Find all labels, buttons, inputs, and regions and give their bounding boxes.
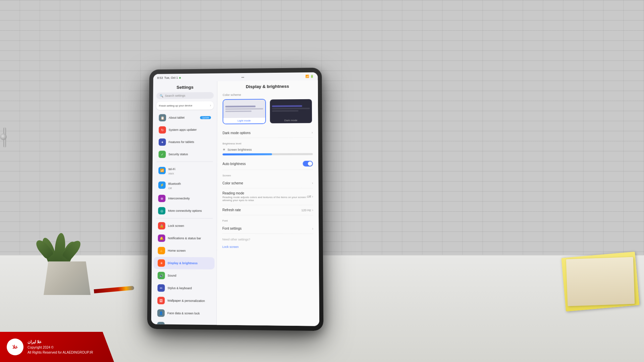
update-badge: Update (200, 116, 211, 119)
status-date: Tue, Oct 1 (164, 76, 178, 79)
sidebar-item-privacy[interactable]: 🔐 Privacy protection (153, 319, 215, 325)
stylus-label: Stylus & keyboard (167, 286, 210, 290)
dark-mode-options-chevron: › (312, 131, 313, 134)
auto-brightness-toggle[interactable] (303, 161, 313, 167)
reading-mode-chevron: › (312, 195, 313, 198)
tablet-outer-frame: 8:53 Tue, Oct 1 ••• 📶 🔋 Settings 🔍 (147, 68, 324, 331)
sidebar-item-security[interactable]: ✓ Security status (155, 148, 215, 160)
sidebar-item-features[interactable]: ✦ Features for tablets (155, 136, 215, 148)
font-section-header: Font (222, 219, 313, 223)
sidebar-item-wifi[interactable]: 📶 Wi-Fi XMX (154, 163, 215, 178)
watermark-rights: All Rights Reserved for ALAEDINGROUP.IR (28, 350, 93, 355)
plant-decoration (37, 188, 97, 295)
sidebar-item-face-data[interactable]: 👤 Face data & screen lock (153, 307, 214, 320)
sidebar-item-lock-screen[interactable]: 🔒 Lock screen (154, 220, 215, 232)
refresh-rate-row[interactable]: Refresh rate 120 Hz › (222, 205, 313, 215)
notifications-icon: 🔔 (158, 235, 165, 242)
wallpaper-icon: 🖼 (157, 297, 165, 304)
settings-sidebar: Settings 🔍 Search settings Finish settin… (151, 81, 217, 325)
brightness-fill (222, 153, 272, 156)
brightness-track[interactable] (222, 153, 313, 156)
sidebar-item-more-connectivity[interactable]: ◎ More connectivity options (154, 205, 215, 217)
search-bar[interactable]: 🔍 Search settings (156, 92, 214, 99)
dark-mode-options-row[interactable]: Dark mode options › (222, 128, 313, 138)
notifications-label: Notifications & status bar (168, 237, 210, 240)
sound-label: Sound (168, 274, 211, 278)
sidebar-item-about-tablet[interactable]: 📋 About tablet Update (155, 112, 215, 124)
status-right: 📶 🔋 (305, 75, 314, 78)
lock-screen-label: Lock screen (168, 224, 211, 228)
watermark-logo: علا (7, 339, 23, 355)
system-apps-label: System apps updater (169, 128, 211, 132)
wifi-icon: 📶 (305, 75, 309, 78)
sidebar-item-bluetooth[interactable]: ⚡ Bluetooth Off (154, 178, 215, 192)
sidebar-divider-2 (156, 218, 213, 219)
font-settings-row[interactable]: Font settings › (222, 224, 313, 234)
brightness-label: Screen brightness (227, 148, 252, 151)
interconnectivity-icon: ⊕ (158, 195, 166, 202)
color-scheme-settings-row[interactable]: Color scheme › (222, 178, 313, 188)
dark-mode-option[interactable]: Dark mode (269, 99, 313, 124)
display-label: Display & brightness (168, 261, 211, 265)
sidebar-item-home-screen[interactable]: ⌂ Home screen (154, 245, 214, 257)
finish-setup-banner[interactable]: Finish setting up your device › (156, 101, 214, 110)
wifi-label: Wi-Fi (168, 168, 175, 171)
display-icon: ☀ (158, 259, 165, 267)
main-content: Settings 🔍 Search settings Finish settin… (151, 80, 319, 326)
lock-screen-link[interactable]: Lock screen (222, 245, 239, 248)
sidebar-divider-1 (157, 162, 213, 162)
watermark-banner: علا علا ایران Copyright 2024 © All Right… (0, 332, 114, 362)
wallpaper-label: Wallpaper & personalization (167, 299, 210, 303)
color-scheme-section-label: Color scheme (223, 93, 313, 97)
privacy-icon: 🔐 (157, 322, 165, 325)
books-decoration (543, 241, 637, 308)
sun-icon: ☀ (222, 148, 225, 152)
wifi-sidebar-icon: 📶 (158, 167, 166, 174)
watermark-copyright: Copyright 2024 © (28, 345, 93, 350)
dark-mode-options-label: Dark mode options (222, 131, 250, 135)
door-handle (0, 127, 10, 147)
tablet-screen: 8:53 Tue, Oct 1 ••• 📶 🔋 Settings 🔍 (151, 72, 319, 326)
brightness-section: ☀ Screen brightness (222, 147, 313, 156)
sidebar-item-interconnectivity[interactable]: ⊕ Interconnectivity (154, 192, 215, 204)
bluetooth-icon: ⚡ (158, 181, 166, 189)
sidebar-item-sound[interactable]: 🔊 Sound (154, 269, 215, 282)
brightness-section-header: Brightness level (222, 142, 313, 145)
interconnectivity-label: Interconnectivity (168, 197, 211, 200)
dark-mode-preview (270, 99, 312, 118)
features-icon: ✦ (159, 138, 166, 146)
auto-brightness-row[interactable]: Auto brightness (222, 158, 313, 170)
sidebar-item-display[interactable]: ☀ Display & brightness (154, 257, 215, 269)
lock-screen-icon: 🔒 (158, 222, 165, 230)
wifi-sublabel: XMX (168, 172, 175, 175)
security-label: Security status (168, 153, 211, 156)
toggle-thumb (308, 162, 312, 166)
reading-mode-label: Reading mode (222, 191, 307, 195)
sidebar-item-system-apps[interactable]: ↻ System apps updater (155, 124, 215, 136)
display-brightness-panel: Display & brightness Color scheme (217, 80, 319, 326)
light-mode-option[interactable]: Light mode (223, 99, 266, 124)
panel-content: Color scheme Light mode (217, 93, 319, 256)
bluetooth-label: Bluetooth (168, 182, 181, 185)
sidebar-item-notifications[interactable]: 🔔 Notifications & status bar (154, 232, 215, 245)
status-time: 8:53 (157, 76, 163, 79)
sidebar-item-stylus[interactable]: ✏ Stylus & keyboard (153, 282, 214, 295)
color-scheme-row-label: Color scheme (222, 181, 243, 185)
more-connectivity-icon: ◎ (158, 207, 165, 215)
about-tablet-icon: 📋 (159, 114, 166, 121)
reading-mode-sublabel: Reading mode adjusts colors and textures… (222, 196, 307, 202)
auto-brightness-label: Auto brightness (222, 162, 246, 166)
need-settings-text: Need other settings? (222, 238, 313, 241)
home-screen-label: Home screen (168, 249, 211, 253)
system-apps-icon: ↻ (159, 126, 166, 134)
watermark-text: علا ایران Copyright 2024 © All Rights Re… (28, 339, 93, 355)
status-left: 8:53 Tue, Oct 1 (157, 76, 181, 79)
sidebar-item-wallpaper[interactable]: 🖼 Wallpaper & personalization (153, 294, 214, 307)
status-more-icon: ••• (241, 75, 244, 78)
panel-title: Display & brightness (217, 80, 318, 92)
more-connectivity-label: More connectivity options (168, 209, 211, 213)
finish-setup-chevron-icon: › (210, 104, 211, 107)
reading-mode-row[interactable]: Reading mode Reading mode adjusts colors… (222, 188, 313, 205)
light-mode-label: Light mode (223, 118, 265, 124)
refresh-rate-label: Refresh rate (222, 208, 241, 212)
